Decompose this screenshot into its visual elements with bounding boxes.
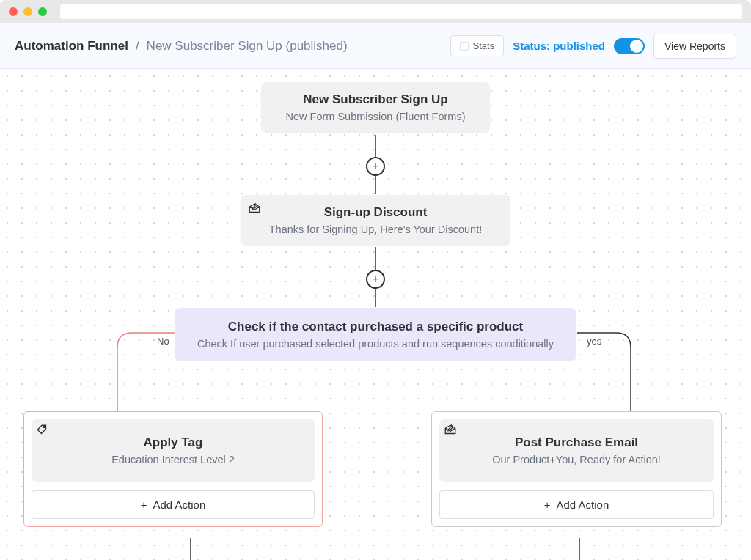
automation-canvas[interactable]: New Subscriber Sign Up New Form Submissi… [0,69,751,560]
trigger-title: New Subscriber Sign Up [276,92,475,107]
apply-tag-subtitle: Education Interest Level 2 [46,454,300,465]
status-toggle[interactable] [614,38,645,54]
stats-button[interactable]: Stats [450,35,505,56]
post-purchase-node[interactable]: Post Purchase Email Our Product+You, Rea… [439,419,714,482]
post-purchase-title: Post Purchase Email [454,435,699,450]
breadcrumb-root[interactable]: Automation Funnel [15,39,128,54]
header-actions: Stats Status: published View Reports [450,34,736,59]
browser-chrome [0,0,751,23]
add-action-button[interactable]: + Add Action [32,490,315,519]
plus-icon: + [141,498,147,511]
email-icon [248,202,261,215]
no-branch-container: Apply Tag Education Interest Level 2 + A… [23,411,323,527]
tag-icon [36,424,49,437]
plus-icon: + [544,498,551,511]
email-title: Sign-up Discount [255,205,496,220]
trigger-node[interactable]: New Subscriber Sign Up New Form Submissi… [261,82,490,133]
stats-label: Stats [473,40,495,51]
add-action-button[interactable]: + Add Action [439,490,714,519]
email-node[interactable]: Sign-up Discount Thanks for Signing Up, … [241,195,510,246]
close-window-icon[interactable] [9,7,18,16]
traffic-lights [9,7,47,16]
status-label: Status: published [513,40,605,52]
apply-tag-node[interactable]: Apply Tag Education Interest Level 2 [32,419,315,482]
conditional-subtitle: Check If user purchased selected product… [192,338,559,350]
svg-point-4 [43,426,45,427]
add-step-button[interactable]: + [366,157,385,176]
breadcrumb: Automation Funnel / New Subscriber Sign … [15,39,348,54]
branch-no-label: No [157,336,169,347]
url-bar[interactable] [60,4,742,19]
conditional-node[interactable]: Check if the contact purchased a specifi… [175,308,576,361]
breadcrumb-current: New Subscriber Sign Up (published) [147,39,348,54]
apply-tag-title: Apply Tag [46,435,300,450]
post-purchase-subtitle: Our Product+You, Ready for Action! [454,454,699,465]
conditional-title: Check if the contact purchased a specifi… [192,320,559,334]
branch-yes-label: yes [587,336,601,347]
breadcrumb-separator: / [136,39,139,54]
view-reports-button[interactable]: View Reports [653,34,736,59]
header-bar: Automation Funnel / New Subscriber Sign … [0,23,751,69]
yes-branch-container: Post Purchase Email Our Product+You, Rea… [431,411,722,527]
minimize-window-icon[interactable] [23,7,32,16]
email-subtitle: Thanks for Signing Up, Here's Your Disco… [255,224,496,235]
maximize-window-icon[interactable] [38,7,47,16]
checkbox-icon [460,42,469,51]
email-icon [444,424,457,437]
trigger-subtitle: New Form Submission (Fluent Forms) [276,111,475,122]
add-step-button[interactable]: + [366,270,385,289]
